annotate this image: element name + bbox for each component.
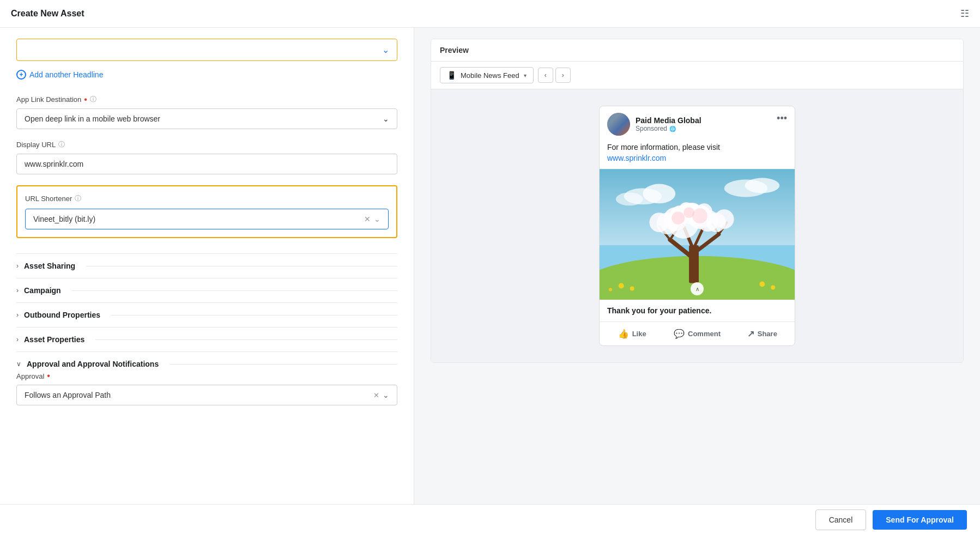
svg-point-13 xyxy=(609,288,612,292)
url-shortener-chevron-icon: ⌄ xyxy=(374,215,380,223)
approval-field: Approval • Follows an Approval Path ✕ ⌄ xyxy=(16,372,397,405)
url-shortener-select[interactable]: Vineet_bitly (bit.ly) ✕ ⌄ xyxy=(25,209,389,229)
add-headline-label: Add another Headline xyxy=(29,70,103,79)
ad-more-options-icon[interactable]: ••• xyxy=(777,113,787,124)
platform-select[interactable]: 📱 Mobile News Feed ▾ xyxy=(440,67,534,83)
url-shortener-icons: ✕ ⌄ xyxy=(364,215,380,223)
left-panel: ⌄ + Add another Headline App Link Destin… xyxy=(0,28,414,504)
ad-image: ∧ xyxy=(600,169,795,300)
asset-sharing-section: › Asset Sharing xyxy=(16,253,397,278)
svg-point-3 xyxy=(643,184,676,204)
ad-body-text: For more information, please visit www.s… xyxy=(600,142,795,169)
comment-button[interactable]: 💬 Comment xyxy=(664,324,729,343)
url-shortener-value: Vineet_bitly (bit.ly) xyxy=(33,215,95,223)
ad-sponsored-text: Sponsored 🌐 xyxy=(636,125,701,132)
svg-point-32 xyxy=(715,209,734,229)
svg-point-6 xyxy=(745,178,780,193)
preview-controls: 📱 Mobile News Feed ▾ ‹ › xyxy=(431,62,963,89)
ad-card-header: Paid Media Global Sponsored 🌐 ••• xyxy=(600,106,795,142)
app-link-select[interactable]: Open deep link in a mobile web browser ⌄ xyxy=(16,108,397,129)
app-link-info-icon: ⓘ xyxy=(90,95,96,104)
outbound-arrow-icon: › xyxy=(16,311,19,319)
add-headline-circle-icon: + xyxy=(16,70,26,80)
next-arrow-button[interactable]: › xyxy=(555,68,571,83)
asset-properties-title: Asset Properties xyxy=(24,335,84,344)
ad-preview-area: Paid Media Global Sponsored 🌐 ••• For mo… xyxy=(431,89,963,362)
asset-sharing-arrow-icon: › xyxy=(16,262,19,270)
preview-header: Preview xyxy=(431,39,963,62)
share-label: Share xyxy=(758,330,777,338)
approval-required-dot: • xyxy=(47,372,50,380)
share-icon: ↗ xyxy=(747,329,754,339)
platform-name: Mobile News Feed xyxy=(461,71,519,80)
ad-profile-info: Paid Media Global Sponsored 🌐 xyxy=(636,116,701,132)
avatar xyxy=(607,113,630,136)
like-icon: 👍 xyxy=(618,329,629,339)
right-panel: Preview 📱 Mobile News Feed ▾ ‹ › xyxy=(414,28,980,504)
svg-point-4 xyxy=(616,193,643,206)
platform-chevron-icon: ▾ xyxy=(524,72,527,78)
send-approval-button[interactable]: Send For Approval xyxy=(873,510,967,530)
approval-label: Approval • xyxy=(16,372,397,380)
like-label: Like xyxy=(632,330,646,338)
prev-arrow-button[interactable]: ‹ xyxy=(538,68,553,83)
ad-profile: Paid Media Global Sponsored 🌐 xyxy=(607,113,701,136)
page-title: Create New Asset xyxy=(11,9,84,19)
scroll-up-indicator: ∧ xyxy=(691,282,704,295)
comment-icon: 💬 xyxy=(674,329,685,339)
ad-card: Paid Media Global Sponsored 🌐 ••• For mo… xyxy=(599,106,795,346)
preview-container: Preview 📱 Mobile News Feed ▾ ‹ › xyxy=(431,39,964,363)
add-headline-button[interactable]: + Add another Headline xyxy=(16,70,397,80)
ad-caption: Thank you for your patience. xyxy=(600,300,795,322)
outbound-properties-title: Outbound Properties xyxy=(24,311,100,319)
campaign-title: Campaign xyxy=(24,286,61,295)
asset-properties-header[interactable]: › Asset Properties xyxy=(16,335,397,344)
approval-notifications-title: Approval and Approval Notifications xyxy=(27,360,159,368)
globe-icon: 🌐 xyxy=(669,126,676,132)
svg-point-9 xyxy=(619,283,624,289)
top-input-field[interactable]: ⌄ xyxy=(16,39,397,61)
approval-value: Follows an Approval Path xyxy=(25,391,111,399)
display-url-info-icon: ⓘ xyxy=(58,140,65,149)
display-url-input[interactable] xyxy=(16,154,397,174)
ad-profile-name: Paid Media Global xyxy=(636,116,701,125)
like-button[interactable]: 👍 Like xyxy=(600,324,664,343)
svg-point-12 xyxy=(771,286,775,290)
asset-sharing-header[interactable]: › Asset Sharing xyxy=(16,262,397,270)
app-link-chevron-icon: ⌄ xyxy=(383,114,389,123)
svg-point-38 xyxy=(683,207,694,218)
svg-point-11 xyxy=(759,282,765,287)
top-input-chevron-icon: ⌄ xyxy=(382,45,389,55)
comment-label: Comment xyxy=(688,330,721,338)
url-shortener-section: URL Shortener ⓘ Vineet_bitly (bit.ly) ✕ … xyxy=(16,185,397,238)
svg-point-26 xyxy=(649,213,669,232)
list-icon[interactable]: ☷ xyxy=(960,8,969,20)
mobile-device-icon: 📱 xyxy=(447,71,456,80)
asset-properties-arrow-icon: › xyxy=(16,336,19,343)
approval-select[interactable]: Follows an Approval Path ✕ ⌄ xyxy=(16,385,397,405)
share-button[interactable]: ↗ Share xyxy=(730,324,795,343)
cancel-button[interactable]: Cancel xyxy=(815,509,867,530)
app-link-value: Open deep link in a mobile web browser xyxy=(25,114,160,123)
url-shortener-clear-icon[interactable]: ✕ xyxy=(364,215,371,223)
outbound-properties-section: › Outbound Properties xyxy=(16,302,397,327)
app-link-required: • xyxy=(84,95,87,104)
app-link-label: App Link Destination • ⓘ xyxy=(16,95,397,104)
outbound-properties-header[interactable]: › Outbound Properties xyxy=(16,311,397,319)
main-layout: ⌄ + Add another Headline App Link Destin… xyxy=(0,28,980,504)
footer: Cancel Send For Approval xyxy=(0,504,980,534)
page-header: Create New Asset ☷ xyxy=(0,0,980,28)
approval-clear-icon[interactable]: ✕ xyxy=(373,391,379,399)
app-link-section: App Link Destination • ⓘ Open deep link … xyxy=(16,95,397,129)
preview-title: Preview xyxy=(440,46,469,54)
svg-point-37 xyxy=(692,208,707,223)
display-url-section: Display URL ⓘ xyxy=(16,140,397,174)
svg-point-36 xyxy=(672,211,685,224)
approval-notifications-section: ∨ Approval and Approval Notifications Ap… xyxy=(16,351,397,413)
asset-properties-section: › Asset Properties xyxy=(16,327,397,351)
campaign-header[interactable]: › Campaign xyxy=(16,286,397,295)
ad-link[interactable]: www.sprinklr.com xyxy=(607,154,666,162)
approval-notifications-header[interactable]: ∨ Approval and Approval Notifications xyxy=(16,360,397,368)
approval-notifications-arrow-icon: ∨ xyxy=(16,360,21,368)
svg-point-10 xyxy=(630,287,634,291)
